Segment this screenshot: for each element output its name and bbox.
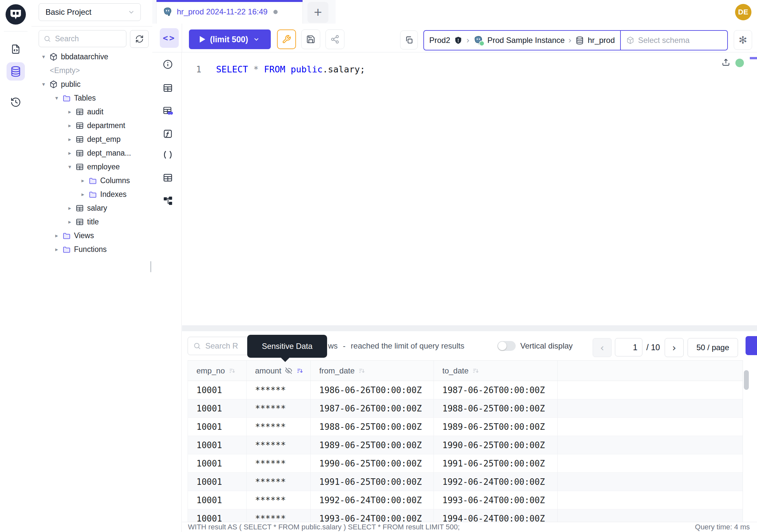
caret-right-icon[interactable]: ▸ [78,177,87,184]
tree-item-views[interactable]: ▸ Views [31,229,152,242]
select-schema[interactable]: Select schema [621,36,695,45]
settings-wrench-button[interactable] [277,29,296,49]
upload-icon[interactable] [721,58,731,67]
tree-item-title[interactable]: ▸ title [31,215,152,229]
cell-emp-no[interactable]: 10001 [188,473,247,491]
tree-item-columns[interactable]: ▸ Columns [31,173,152,187]
table-row[interactable]: 10001 ****** 1992-06-24T00:00:00Z 1993-0… [188,491,742,509]
sidebar-resize-handle[interactable] [150,261,151,272]
worksheet-file-icon[interactable] [7,40,25,58]
avatar[interactable]: DE [735,4,751,20]
caret-down-icon[interactable]: ▾ [39,53,48,60]
cell-amount-masked[interactable]: ****** [247,418,311,436]
tree-item-department[interactable]: ▸ department [31,119,152,132]
cell-from-date[interactable]: 1986-06-26T00:00:00Z [311,381,434,399]
cell-to-date[interactable]: 1993-06-24T00:00:00Z [434,491,558,509]
caret-right-icon[interactable]: ▸ [66,136,74,142]
caret-right-icon[interactable]: ▸ [66,122,74,129]
sql-editor[interactable] [182,52,757,325]
cell-from-date[interactable]: 1987-06-26T00:00:00Z [311,399,434,417]
table-panel-icon[interactable] [163,172,173,183]
table-row[interactable]: 10001 ****** 1993-06-24T00:00:00Z 1994-0… [188,509,742,522]
cell-from-date[interactable]: 1989-06-25T00:00:00Z [311,436,434,454]
database-panel-icon[interactable] [7,62,25,80]
caret-right-icon[interactable]: ▸ [66,205,74,211]
caret-right-icon[interactable]: ▸ [66,218,74,225]
cell-emp-no[interactable]: 10001 [188,454,247,472]
table-scrollbar-thumb[interactable] [744,370,749,390]
cell-emp-no[interactable]: 10001 [188,509,247,522]
cell-from-date[interactable]: 1990-06-25T00:00:00Z [311,454,434,472]
page-size-select[interactable]: 50 / page [687,338,738,357]
page-number-input[interactable]: 1 [615,338,642,357]
cell-amount-masked[interactable]: ****** [247,454,311,472]
cell-from-date[interactable]: 1988-06-25T00:00:00Z [311,418,434,436]
next-page-button[interactable]: › [665,338,684,357]
history-icon[interactable] [7,93,25,111]
tree-item-bbdataarchive[interactable]: ▾ bbdataarchive [31,50,152,64]
table-row[interactable]: 10001 ****** 1991-06-25T00:00:00Z 1992-0… [188,473,742,491]
schema-diagram-icon[interactable] [163,195,173,206]
cell-to-date[interactable]: 1987-06-26T00:00:00Z [434,381,558,399]
column-header-emp-no[interactable]: emp_no [188,361,247,381]
sort-icon-active[interactable] [296,367,304,375]
tree-item-salary[interactable]: ▸ salary [31,201,152,215]
cell-amount-masked[interactable]: ****** [247,399,311,417]
cell-emp-no[interactable]: 10001 [188,418,247,436]
prev-page-button[interactable]: ‹ [592,338,612,357]
table-row[interactable]: 10001 ****** 1988-06-25T00:00:00Z 1989-0… [188,418,742,436]
cell-to-date[interactable]: 1988-06-25T00:00:00Z [434,399,558,417]
column-header-from-date[interactable]: from_date [311,361,434,381]
new-tab-button[interactable]: + [308,2,328,23]
cell-to-date[interactable]: 1990-06-25T00:00:00Z [434,436,558,454]
panel-splitter[interactable] [182,325,757,331]
sort-icon[interactable] [228,367,236,375]
cell-amount-masked[interactable]: ****** [247,381,311,399]
run-query-button[interactable]: (limit 500) [189,29,271,49]
toggle-knob[interactable] [498,342,506,350]
cell-emp-no[interactable]: 10001 [188,491,247,509]
cell-amount-masked[interactable]: ****** [247,436,311,454]
database-name[interactable]: hr_prod [588,36,615,45]
table-panel-icon[interactable] [163,82,173,93]
sql-code-line[interactable]: SELECT * FROM public.salary; [216,64,365,74]
table-row[interactable]: 10001 ****** 1986-06-26T00:00:00Z 1987-0… [188,381,742,399]
function-icon[interactable] [163,128,173,139]
project-selector[interactable]: Basic Project [39,3,141,21]
sort-icon[interactable] [358,367,366,375]
refresh-schema-button[interactable] [130,30,149,48]
tree-item-public[interactable]: ▾ public [31,77,152,91]
caret-down-icon[interactable]: ▾ [39,81,48,87]
connection-breadcrumb[interactable]: Prod2 › Prod Sample Instance › hr_prod S… [423,30,728,50]
tree-item-functions[interactable]: ▸ Functions [31,242,152,256]
tree-item-indexes[interactable]: ▸ Indexes [31,187,152,201]
instance-name[interactable]: Prod Sample Instance [487,36,564,45]
table-row[interactable]: 10001 ****** 1990-06-25T00:00:00Z 1991-0… [188,454,742,473]
tree-item-employee[interactable]: ▾ employee [31,160,152,173]
cell-emp-no[interactable]: 10001 [188,381,247,399]
caret-right-icon[interactable]: ▸ [52,232,61,239]
tree-item-audit[interactable]: ▸ audit [31,105,152,119]
info-icon[interactable] [163,59,173,70]
cell-to-date[interactable]: 1992-06-24T00:00:00Z [434,473,558,491]
caret-right-icon[interactable]: ▸ [66,150,74,156]
caret-down-icon[interactable]: ▾ [66,164,74,170]
sidebar-search-input[interactable]: Search [39,30,126,47]
cell-amount-masked[interactable]: ****** [247,491,311,509]
cell-from-date[interactable]: 1991-06-25T00:00:00Z [311,473,434,491]
caret-right-icon[interactable]: ▸ [78,191,87,198]
export-button[interactable] [745,336,757,355]
tree-item-dept-emp[interactable]: ▸ dept_emp [31,132,152,146]
caret-right-icon[interactable]: ▸ [52,246,61,253]
table-row[interactable]: 10001 ****** 1987-06-26T00:00:00Z 1988-0… [188,399,742,418]
code-panel-toggle-icon[interactable]: <> [160,28,179,48]
environment-name[interactable]: Prod2 [429,36,450,45]
tree-item-dept-manager[interactable]: ▸ dept_mana... [31,146,152,160]
tab-hr-prod[interactable]: hr_prod 2024-11-22 16:49 [156,0,303,24]
cell-to-date[interactable]: 1989-06-25T00:00:00Z [434,418,558,436]
sort-icon[interactable] [472,367,480,375]
save-button[interactable] [301,29,320,49]
bytebase-logo[interactable] [6,4,26,24]
batch-query-button[interactable] [400,30,418,49]
cell-emp-no[interactable]: 10001 [188,436,247,454]
